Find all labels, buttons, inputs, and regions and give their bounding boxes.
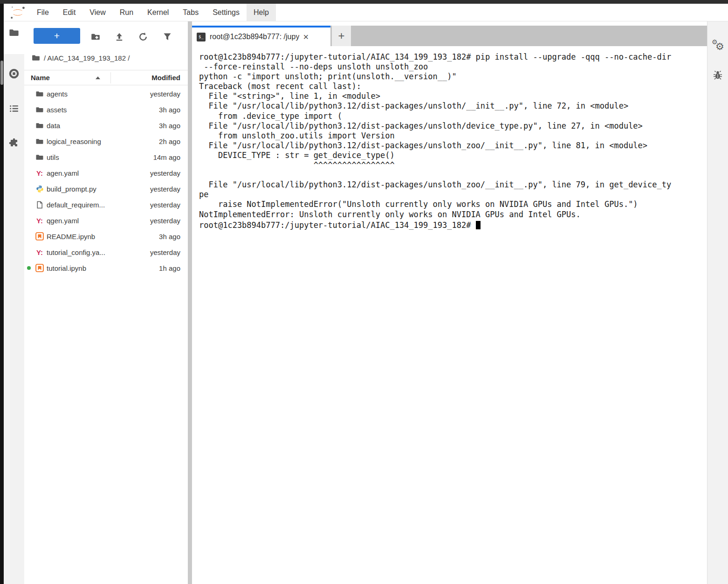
menu-tabs[interactable]: Tabs [176,4,206,21]
file-name: tutorial_config.ya... [47,248,105,256]
folder-icon [35,122,44,129]
panel-divider[interactable] [188,21,192,584]
file-name: README.ipynb [47,233,95,240]
menu-run[interactable]: Run [113,4,140,21]
folder-icon [35,154,44,161]
window-left-strip [0,4,4,584]
extension-manager-icon[interactable] [9,138,19,148]
file-row-agen-yaml[interactable]: Y: agen.yaml yesterday [24,165,188,181]
file-name: agen.yaml [47,169,79,177]
file-row-qgen-yaml[interactable]: Y: qgen.yaml yesterday [24,213,188,228]
file-modified: yesterday [150,90,188,98]
file-modified: 1h ago [159,264,188,272]
yaml-icon: Y: [36,217,43,225]
running-kernels-icon[interactable] [9,69,19,79]
file-browser-icon[interactable] [9,27,19,38]
file-modified: 3h ago [159,233,188,240]
file-modified: yesterday [150,169,188,177]
column-divider [110,72,111,83]
file-name: qgen.yaml [47,217,79,225]
new-folder-icon[interactable] [91,32,100,41]
file-name: build_prompt.py [47,185,96,193]
file-name: assets [47,106,67,114]
file-row-utils[interactable]: utils 14m ago [24,149,188,165]
file-modified: yesterday [150,217,188,225]
terminal-tab-label: root@1c23b894b777: /jupy [210,33,299,41]
file-row-data[interactable]: data 3h ago [24,117,188,133]
file-row-default-requirem-[interactable]: default_requirem... yesterday [24,197,188,213]
python-icon [36,185,44,193]
tab-bar: $_ root@1c23b894b777: /jupy × + [192,26,707,46]
notebook-icon [35,264,44,272]
terminal-icon: $_ [197,33,206,41]
table-of-contents-icon[interactable] [9,103,19,114]
menu-edit[interactable]: Edit [56,4,83,21]
file-list: agents yesterday assets 3h ago data 3h a… [24,86,188,276]
file-row-agents[interactable]: agents yesterday [24,86,188,102]
file-modified: 2h ago [159,137,188,145]
column-header-modified[interactable]: Modified [151,74,188,82]
file-name: logical_reasoning [47,137,101,145]
file-icon [36,201,43,209]
file-row-assets[interactable]: assets 3h ago [24,102,188,117]
breadcrumb[interactable]: / AIAC_134_199_193_182 / [24,50,188,65]
refresh-icon[interactable] [138,32,148,41]
column-header-name[interactable]: Name [24,74,50,82]
file-row-readme-ipynb[interactable]: README.ipynb 3h ago [24,228,188,244]
file-row-tutorial-config-ya-[interactable]: Y: tutorial_config.ya... yesterday [24,244,188,260]
file-browser-panel: + / AIAC_134_199_193_182 / Name Modified… [24,21,188,584]
folder-icon [35,90,44,97]
file-row-logical-reasoning[interactable]: logical_reasoning 2h ago [24,133,188,149]
active-tab-highlight [4,21,24,54]
file-name: agents [47,90,68,98]
jupyter-logo-icon [8,5,27,21]
file-modified: 3h ago [159,106,188,114]
file-modified: 3h ago [159,122,188,130]
folder-icon [32,54,40,62]
menu-kernel[interactable]: Kernel [140,4,176,21]
activity-bar [4,21,24,584]
file-name: default_requirem... [47,201,105,209]
terminal-output[interactable]: root@1c23b894b777:/jupyter-tutorial/AIAC… [199,52,702,230]
breadcrumb-path: / AIAC_134_199_193_182 / [44,54,130,62]
new-tab-button[interactable]: + [332,26,351,46]
menu-view[interactable]: View [82,4,112,21]
window-top-strip [0,0,728,4]
folder-icon [35,138,44,145]
upload-icon[interactable] [115,32,124,41]
terminal-tab[interactable]: $_ root@1c23b894b777: /jupy × [192,26,330,46]
menu-settings[interactable]: Settings [206,4,247,21]
filter-icon[interactable] [163,32,172,41]
menu-file[interactable]: File [30,4,56,21]
new-launcher-button[interactable]: + [34,28,80,44]
kernel-running-indicator [27,266,31,270]
right-sidebar: ⚙ ⚙ [707,21,728,584]
file-browser-toolbar: + [24,21,188,48]
main-area: $_ root@1c23b894b777: /jupy × + root@1c2… [192,21,707,584]
folder-icon [35,106,44,113]
yaml-icon: Y: [36,169,43,177]
yaml-icon: Y: [36,248,43,256]
file-modified: 14m ago [153,153,188,161]
close-tab-icon[interactable]: × [303,32,309,41]
file-modified: yesterday [150,201,188,209]
terminal-cursor [476,221,481,229]
file-row-tutorial-ipynb[interactable]: tutorial.ipynb 1h ago [24,260,188,276]
file-modified: yesterday [150,185,188,193]
debugger-icon[interactable] [713,70,723,80]
scrollbar-thumb[interactable] [0,61,3,85]
file-list-header: Name Modified [24,70,188,85]
menu-bar: File Edit View Run Kernel Tabs Settings … [4,4,728,21]
menu-help[interactable]: Help [247,4,276,21]
file-name: data [47,122,60,130]
file-name: tutorial.ipynb [47,264,86,272]
sort-ascending-icon[interactable] [96,76,100,79]
file-modified: yesterday [150,248,188,256]
file-name: utils [47,153,59,161]
notebook-icon [35,232,44,240]
property-inspector-icon[interactable]: ⚙ ⚙ [712,38,725,51]
file-row-build-prompt-py[interactable]: build_prompt.py yesterday [24,181,188,197]
